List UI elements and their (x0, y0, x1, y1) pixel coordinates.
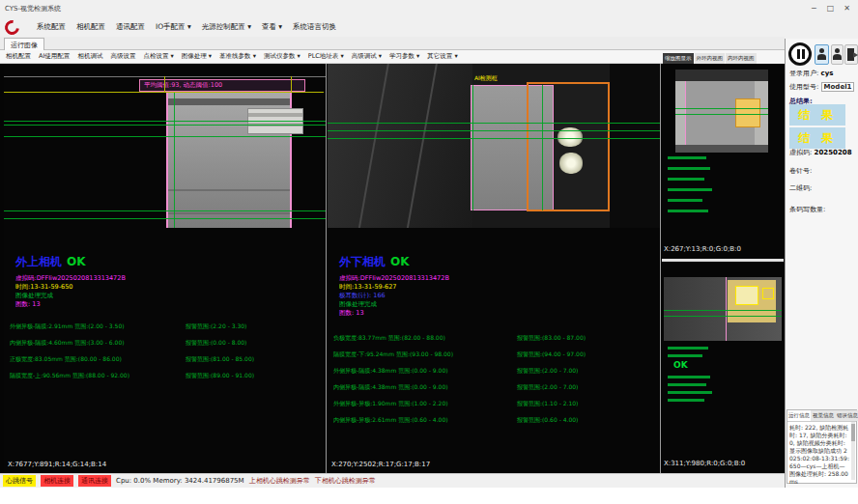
thumb-tab-inner-view[interactable]: 内环内视图 (726, 53, 757, 64)
toolbar-advanced-debug[interactable]: 高级调试 ▾ (352, 52, 382, 61)
mid-measurements: 负极宽度:83.77mm 范围:(82.00 - 88.00)报警范围:(83.… (333, 334, 660, 433)
measure-text: 外侧异极-隔膜:4.38mm 范围:(0.00 - 9.00) (333, 367, 448, 374)
measurement-row: 外侧异极-异极:1.90mm 范围:(1.00 - 2.20)报警范围:(1.1… (333, 400, 660, 416)
left-measurements: 外侧异极-隔膜:2.91mm 范围:(2.00 - 3.50)报警范围:(2.2… (10, 322, 326, 388)
pause-button[interactable] (788, 42, 812, 66)
log-scrollbar[interactable] (851, 422, 855, 480)
toolbar-baseline-params[interactable]: 基准线参数 ▾ (219, 52, 256, 61)
thumb-tab-outer-view[interactable]: 外环内视图 (695, 53, 726, 64)
zoom-thumbnail-2[interactable]: OK X:311;Y:980;R:0;G:0;B:0 (662, 262, 784, 473)
overlay-text-line (668, 391, 712, 394)
close-button[interactable]: ✕ (840, 3, 854, 14)
toolbar-advanced-settings[interactable]: 高级设置 (110, 52, 135, 61)
highlight-region (735, 98, 760, 127)
lower-camera-view[interactable]: AI检测框 外下相机 OK 虚拟码:DFFIiw2025020813313472… (328, 64, 660, 473)
alarm-range-text: 报警范围:(2.00 - 7.00) (517, 383, 578, 392)
mid-result-title: 外下相机 OK (339, 251, 410, 270)
toolbar-camera-config[interactable]: 相机配置 (6, 52, 31, 61)
pixel-readout: X:311;Y:980;R:0;G:0;B:0 (664, 460, 745, 467)
frame-count-text: 图数: 13 (339, 309, 364, 318)
thumb-tab-zoom-view[interactable]: 缩放图显示 (663, 53, 694, 64)
thumbnail-column: X:267;Y:13;R:0;G:0;B:0 OK X:311;Y:980;R:… (662, 64, 784, 473)
measurement-row: 外侧异极-隔膜:2.91mm 范围:(2.00 - 3.50)报警范围:(2.2… (10, 322, 326, 339)
minimize-button[interactable]: ─ (807, 3, 821, 14)
pause-icon (802, 49, 805, 59)
virtual-code-value: 20250208 (815, 149, 852, 156)
tab-count-text: 极耳数(计): 166 (339, 292, 386, 300)
bottom-white-strip (0, 488, 858, 504)
alarm-range-text: 报警范围:(81.00 - 85.00) (186, 355, 254, 364)
toolbar-ai-config[interactable]: AI使用配置 (39, 52, 70, 61)
menu-comm-config[interactable]: 通讯配置 (116, 22, 145, 32)
panel-divider (326, 64, 327, 473)
tab-run-image[interactable]: 运行图像 (4, 38, 44, 50)
frame-count-text: 图数: 13 (15, 300, 41, 309)
operator-button[interactable] (831, 44, 844, 65)
menu-system-config[interactable]: 系统配置 (37, 22, 66, 32)
alarm-range-text: 报警范围:(2.20 - 3.30) (186, 322, 246, 331)
measure-line (675, 114, 768, 115)
yellow-guide-vline (291, 76, 292, 93)
toolbar-camera-debug[interactable]: 相机调试 (77, 52, 102, 61)
measure-line (4, 218, 326, 219)
thumbnail-tab-strip: 缩放图显示 外环内视图 内环内视图 (663, 50, 785, 64)
toolbar-tester-params[interactable]: 测试仪参数 ▾ (264, 52, 300, 61)
overlay-text-line (668, 199, 702, 202)
measurement-row: 内侧异极-隔膜:4.60mm 范围:(3.00 - 6.00)报警范围:(0.0… (10, 339, 326, 355)
measure-line (4, 121, 326, 122)
window-title: CYS-视觉检测系统 (5, 4, 61, 14)
winder-number-label: 卷针号: (789, 166, 812, 176)
cpu-memory-text: Cpu: 0.0% Memory: 3424.41796875M (116, 477, 244, 485)
ai-detection-box (527, 82, 610, 211)
app-window: CYS-视觉检测系统 ─ □ ✕ 系统配置 相机配置 通讯配置 IO手配置 ▾ … (0, 0, 858, 504)
toolbar-plc-address[interactable]: PLC地址表 ▾ (308, 52, 344, 61)
detection-box (762, 288, 774, 299)
camera-connection-badge: 相机连接 (41, 475, 73, 487)
zoom-thumbnail-1[interactable]: X:267;Y:13;R:0;G:0;B:0 (662, 64, 784, 259)
barcode-text: 虚拟码:DFFIiw2025020813313472B (339, 274, 449, 283)
info-log-panel: 运行信息 视觉信息 错误信息 耗时: 222, 缺陷检测耗时: 17, 缺陷分类… (786, 409, 857, 484)
pixel-readout: X:7677;Y:891;R:14;G:14;B:14 (8, 461, 106, 468)
model-select[interactable]: Model1 (821, 82, 855, 92)
menu-light-control[interactable]: 光源控制配置 ▾ (202, 22, 251, 32)
info-tab-vision[interactable]: 视觉信息 (812, 410, 835, 421)
toolbar-other-settings[interactable]: 其它设置 ▾ (427, 52, 457, 61)
alarm-range-text: 报警范围:(2.00 - 7.00) (517, 367, 578, 376)
virtual-code-label: 虚拟码: (789, 149, 812, 156)
left-result-title: 外上相机 OK (15, 251, 86, 270)
measure-line (4, 125, 326, 126)
toolbar: 相机配置 AI使用配置 相机调试 高级设置 点检设置 ▾ 图像处理 ▾ 基准线参… (0, 50, 663, 64)
measure-vline (174, 93, 175, 228)
ok-text: OK (673, 360, 688, 370)
login-user-value: cys (821, 70, 834, 77)
measure-text: 内侧异极-异极:2.61mm 范围:(0.60 - 4.00) (333, 416, 448, 423)
measure-vline (472, 85, 473, 210)
info-tab-run[interactable]: 运行信息 (787, 410, 811, 421)
thumbnail-image (675, 70, 768, 153)
toolbar-spot-check[interactable]: 点检设置 ▾ (143, 52, 173, 61)
upper-camera-view[interactable]: 平均阈值:93, 动态阈值:100 外上相机 OK 虚拟码:DFFIiw2025… (4, 64, 326, 473)
menu-camera-config[interactable]: 相机配置 (76, 22, 105, 32)
measure-line (664, 310, 782, 311)
user-icon (817, 54, 826, 60)
exit-button[interactable] (844, 44, 858, 65)
info-tabs: 运行信息 视觉信息 错误信息 (787, 410, 856, 422)
measure-line (328, 138, 660, 139)
scrollbar-thumb[interactable] (851, 424, 855, 441)
toolbar-learning-params[interactable]: 学习参数 ▾ (389, 52, 419, 61)
info-tab-error[interactable]: 错误信息 (836, 410, 858, 421)
machine-background (328, 64, 472, 228)
user-login-button[interactable] (815, 44, 829, 65)
toolbar-image-processing[interactable]: 图像处理 ▾ (182, 52, 212, 61)
connector-texture (248, 113, 302, 117)
maximize-button[interactable]: □ (823, 3, 838, 14)
pixel-readout: X:267;Y:13;R:0;G:0;B:0 (664, 245, 741, 253)
measurement-row: 外侧异极-隔膜:4.38mm 范围:(0.00 - 9.00)报警范围:(2.0… (333, 367, 660, 383)
menu-language-switch[interactable]: 系统语言切换 (293, 22, 336, 32)
upper-camera-heartbeat-text: 上相机心跳检测异常 (249, 476, 310, 486)
menu-view[interactable]: 查看 ▾ (262, 22, 282, 32)
measurement-row: 内侧异极-隔膜:4.38mm 范围:(0.00 - 9.00)报警范围:(2.0… (333, 383, 660, 400)
measurement-row: 隔膜宽度-下:95.24mm 范围:(93.00 - 98.00)报警范围:(9… (333, 350, 660, 367)
menu-io-config[interactable]: IO手配置 ▾ (156, 22, 191, 32)
measurement-row: 隔膜宽度-上:90.56mm 范围:(88.00 - 92.00)报警范围:(8… (10, 372, 326, 388)
